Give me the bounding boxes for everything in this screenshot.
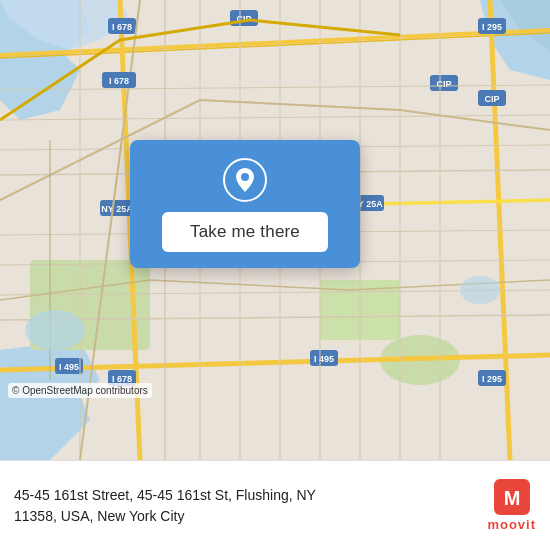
moovit-logo: M moovit [487, 479, 536, 532]
moovit-icon: M [494, 479, 530, 515]
svg-text:M: M [503, 487, 520, 509]
svg-point-46 [460, 276, 500, 304]
moovit-brand-name: moovit [487, 517, 536, 532]
map-container: I 678 I 295 CIP CIP CIP NY 25A NY 25A I … [0, 0, 550, 460]
navigation-card: Take me there [130, 140, 360, 268]
svg-text:CIP: CIP [484, 94, 499, 104]
info-bar: 45-45 161st Street, 45-45 161st St, Flus… [0, 460, 550, 550]
svg-text:I 678: I 678 [112, 22, 132, 32]
address-display: 45-45 161st Street, 45-45 161st St, Flus… [14, 485, 477, 527]
svg-text:CIP: CIP [436, 79, 451, 89]
take-me-there-button[interactable]: Take me there [162, 212, 328, 252]
svg-text:NY 25A: NY 25A [101, 204, 133, 214]
location-pin-icon [223, 158, 267, 202]
svg-point-48 [241, 173, 249, 181]
svg-text:I 495: I 495 [314, 354, 334, 364]
svg-text:I 295: I 295 [482, 374, 502, 384]
svg-point-45 [25, 310, 85, 350]
svg-text:I 295: I 295 [482, 22, 502, 32]
map-attribution: © OpenStreetMap contributors [8, 383, 152, 398]
svg-text:I 678: I 678 [109, 76, 129, 86]
svg-text:I 495: I 495 [59, 362, 79, 372]
